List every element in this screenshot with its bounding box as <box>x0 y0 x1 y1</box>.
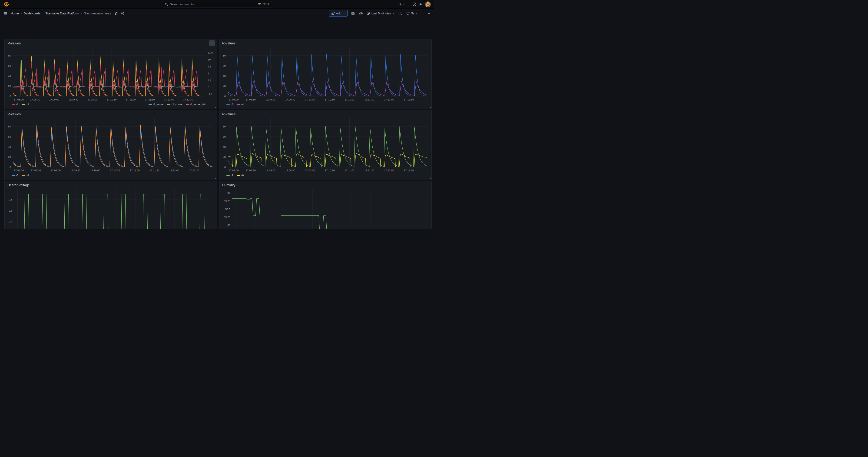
chevron-down-icon <box>415 12 418 14</box>
y-tick-label: 40 <box>8 75 11 78</box>
chevron-down-icon <box>343 12 345 14</box>
chevron-down-icon <box>393 12 395 14</box>
x-axis: 17:08:0017:08:3017:09:0017:09:3017:10:00… <box>229 169 414 172</box>
panel-resize-handle[interactable] <box>214 106 216 109</box>
y-tick-label: 60 <box>8 64 11 67</box>
panel-resize-handle[interactable] <box>429 178 431 179</box>
x-tick-label: 17:11:00 <box>344 98 354 101</box>
legend-item-r1[interactable]: r1 <box>11 103 19 106</box>
time-series-plot[interactable]: 02040608017:08:0017:08:3017:09:0017:09:3… <box>221 117 430 173</box>
y-axis-right: -2.502.557.51012.5 <box>208 51 213 96</box>
y-tick-label: 40 <box>8 146 11 148</box>
legend-item-r1_score[interactable]: r1_score <box>149 103 163 106</box>
breadcrumb-folder[interactable]: Stackable Data Platform <box>45 12 79 15</box>
x-axis: 17:08:0017:08:3017:09:0017:09:3017:10:00… <box>229 98 414 101</box>
x-axis: 17:08:0017:08:3017:09:0017:09:3017:10:00… <box>14 98 193 101</box>
save-dashboard-button[interactable] <box>350 11 355 16</box>
breadcrumb: Home › Dashboards › Stackable Data Platf… <box>10 12 111 15</box>
time-series-plot[interactable]: 02040608017:08:0017:08:3017:09:0017:09:3… <box>221 46 430 102</box>
dashboard-settings-button[interactable] <box>359 11 363 16</box>
y-tick-label: 60 <box>8 135 11 138</box>
x-tick-label: 17:11:30 <box>365 98 374 101</box>
legend-item-r7[interactable]: r7 <box>226 174 233 177</box>
y-tick-label: 0 <box>9 95 11 98</box>
x-tick-label: 17:11:30 <box>150 169 159 172</box>
top-navigation-bar: Search or jump to... ctrl+k ? <box>0 0 434 9</box>
breadcrumb-current-dashboard: Gas measurements <box>84 12 111 15</box>
panel-title[interactable]: Heater Voltage <box>7 183 30 187</box>
time-series-plot[interactable]: 02040608017:08:0017:08:3017:09:0017:09:3… <box>6 117 215 173</box>
x-tick-label: 17:08:00 <box>14 98 24 101</box>
share-button[interactable] <box>120 11 125 16</box>
news-rss-button[interactable] <box>418 2 423 7</box>
panel-title[interactable]: R-values <box>7 41 21 45</box>
x-tick-label: 17:09:00 <box>266 169 276 172</box>
x-tick-label: 17:08:00 <box>229 169 239 172</box>
legend-item-r2_score[interactable]: r2_score <box>167 103 182 106</box>
breadcrumb-dashboards[interactable]: Dashboards <box>24 12 40 15</box>
x-tick-label: 17:12:30 <box>404 169 414 172</box>
profile-avatar[interactable] <box>425 1 431 7</box>
legend-swatch <box>22 104 25 105</box>
add-panel-button[interactable]: Add <box>329 10 347 17</box>
x-tick-label: 17:08:30 <box>30 98 40 101</box>
x-tick-label: 17:10:30 <box>325 98 335 101</box>
legend-label: r1 <box>16 103 19 106</box>
collapse-toolbar-button[interactable] <box>427 11 431 16</box>
legend-label: r5 <box>16 174 19 177</box>
x-tick-label: 17:08:00 <box>14 169 24 172</box>
x-tick-label: 17:09:00 <box>51 169 61 172</box>
help-button[interactable]: ? <box>412 2 417 7</box>
panel-resize-handle[interactable] <box>214 178 216 179</box>
legend-item-r2[interactable]: r2 <box>22 103 29 106</box>
y-tick-label: 0 <box>208 86 209 89</box>
search-placeholder: Search or jump to... <box>170 3 256 6</box>
legend-item-r4[interactable]: r4 <box>237 103 244 106</box>
series-lines <box>14 194 213 228</box>
y-tick-label: 53.25 <box>224 216 230 219</box>
time-series-plot[interactable]: 020406080-2.502.557.51012.517:08:0017:08… <box>6 46 215 102</box>
x-tick-label: 17:08:30 <box>31 169 41 172</box>
legend-swatch <box>237 175 240 176</box>
series-line-r1_score_lttb <box>13 67 200 92</box>
series-lines <box>221 126 430 167</box>
time-series-plot[interactable]: 52.755353.2553.553.755417:08:0017:08:301… <box>221 188 430 228</box>
dashboard-toolbar: Home › Dashboards › Stackable Data Platf… <box>0 9 434 18</box>
y-tick-label: 7.5 <box>208 65 211 68</box>
refresh-interval-dropdown[interactable]: 5s <box>411 12 418 15</box>
series-line-r3 <box>221 54 430 96</box>
x-tick-label: 17:12:00 <box>169 169 179 172</box>
zoom-out-button[interactable] <box>398 11 403 16</box>
grafana-logo[interactable] <box>3 1 10 7</box>
search-bar[interactable]: Search or jump to... ctrl+k <box>162 1 272 7</box>
time-range-picker[interactable]: Last 5 minutes <box>366 11 395 15</box>
y-tick-label: 40 <box>223 146 226 148</box>
panel-resize-handle[interactable] <box>429 106 431 109</box>
time-series-plot[interactable]: 0.20.40.60.817:08:0017:08:3017:09:0017:0… <box>6 188 215 228</box>
legend-item-r6[interactable]: r6 <box>22 174 29 177</box>
y-tick-label: 20 <box>223 156 226 158</box>
panel-title[interactable]: R-values <box>7 112 21 116</box>
breadcrumb-home[interactable]: Home <box>10 12 19 15</box>
favorite-star-button[interactable] <box>114 11 119 16</box>
legend-swatch <box>237 104 240 105</box>
y-axis-left: 020406080 <box>8 125 11 169</box>
panel-title[interactable]: R-values <box>222 112 236 116</box>
x-tick-label: 17:08:00 <box>229 98 239 101</box>
legend: r7r8 <box>221 173 430 178</box>
create-new-button[interactable] <box>398 2 406 6</box>
panel-menu-button[interactable] <box>209 40 215 46</box>
legend-item-r5[interactable]: r5 <box>11 174 19 177</box>
legend-item-r3[interactable]: r3 <box>226 103 233 106</box>
menu-toggle-button[interactable] <box>3 11 8 16</box>
y-tick-label: 80 <box>8 54 11 57</box>
y-tick-label: 10 <box>208 58 211 61</box>
y-tick-label: 60 <box>223 135 226 138</box>
panel-title[interactable]: R-values <box>222 41 236 45</box>
refresh-button[interactable] <box>406 11 410 16</box>
legend-item-r1_score_lttb[interactable]: r1_score_lttb <box>186 103 206 106</box>
panel-title[interactable]: Humidity <box>222 183 235 187</box>
series-lines <box>232 199 428 228</box>
series-lines <box>221 54 430 96</box>
legend-item-r8[interactable]: r8 <box>237 174 244 177</box>
